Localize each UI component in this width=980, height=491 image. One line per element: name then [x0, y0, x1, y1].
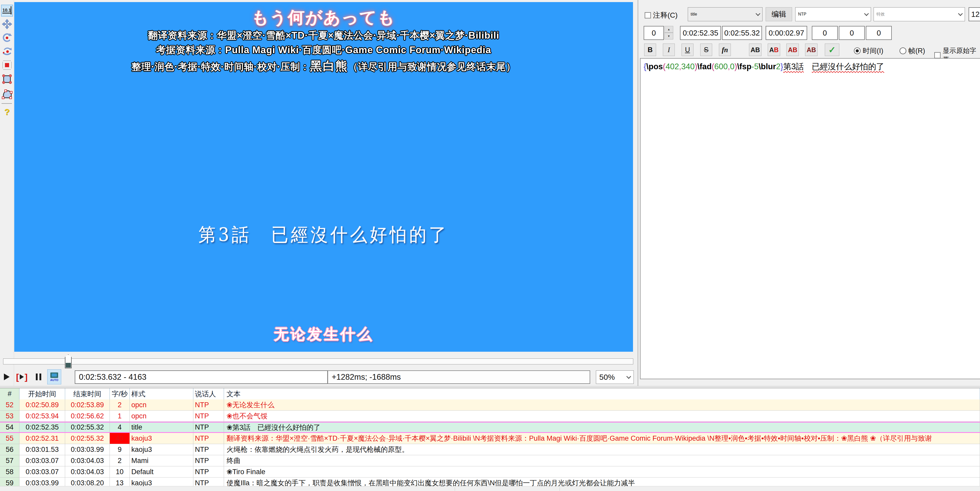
- monitor-icon: [50, 372, 58, 378]
- studio-name: 黑白熊: [310, 59, 348, 73]
- frame-mode-radio[interactable]: 帧(R): [900, 46, 925, 56]
- spinner-down-button[interactable]: ▼: [664, 33, 673, 40]
- outline-color-button[interactable]: AB: [786, 44, 799, 56]
- subtitle-row-59[interactable]: 590:03:03.990:03:08.2013kaoju3NTP使魔Illa：…: [0, 478, 980, 486]
- horizontal-splitter[interactable]: [0, 386, 980, 388]
- subtitle-row-56[interactable]: 560:03:01.530:03:03.999kaoju3NTP火绳枪：依靠燃烧…: [0, 444, 980, 455]
- cell-cps: 1: [110, 411, 130, 421]
- rotate-xy-tool-button[interactable]: [1, 45, 13, 57]
- edit-textarea[interactable]: {\pos(402,340)\fad(600,0)\fsp-5\blur2}第3…: [640, 58, 980, 379]
- italic-button[interactable]: I: [663, 44, 675, 56]
- right-bracket-icon: ]: [25, 372, 27, 381]
- drag-tool-button[interactable]: [1, 18, 13, 30]
- strikeout-button[interactable]: S: [700, 44, 712, 56]
- scale-tool-button[interactable]: [1, 59, 13, 71]
- cell-start: 0:03:01.53: [19, 444, 65, 455]
- duration-input[interactable]: 0:00:02.97: [765, 26, 807, 40]
- video-display[interactable]: もう何があっても 翻译资料来源：华盟×澄空·雪酷×TD·千夏×魔法公会·异域·千…: [14, 2, 633, 352]
- column-header-cps: 字/秒: [110, 388, 130, 399]
- video-zoom-dropdown[interactable]: 50%: [596, 370, 634, 384]
- cell-n: 55: [0, 433, 19, 444]
- effect-dropdown[interactable]: 特效: [873, 7, 965, 21]
- layer-input[interactable]: 0: [644, 26, 664, 40]
- video-position-display[interactable]: 0:02:53.632 - 4163: [75, 370, 328, 384]
- ass-segment-brace: {: [644, 62, 646, 71]
- column-header-style: 样式: [130, 388, 193, 399]
- cell-end: 0:02:55.32: [65, 433, 110, 444]
- cell-text: ❀也不会气馁: [224, 411, 980, 421]
- subtitle-row-55[interactable]: 550:02:52.310:02:55.3240kaoju3NTP翻译资料来源：…: [0, 433, 980, 444]
- ass-segment-paren: (: [663, 62, 665, 71]
- pause-button[interactable]: [33, 370, 44, 383]
- left-bracket-icon: [: [16, 372, 19, 381]
- shadow-color-button[interactable]: AB: [805, 44, 818, 56]
- checkmark-icon: ✓: [829, 44, 836, 55]
- end-time-input[interactable]: 0:02:55.32: [722, 26, 762, 40]
- comment-checkbox[interactable]: 注释(C): [645, 10, 678, 20]
- time-radio-label: 时间(I): [863, 46, 883, 56]
- time-mode-radio[interactable]: 时间(I): [854, 46, 883, 56]
- ass-segment-num: 402: [665, 62, 679, 71]
- subtitle-row-57[interactable]: 570:03:03.070:03:04.032MamiNTP终曲: [0, 455, 980, 466]
- clip-tool-button[interactable]: [1, 73, 13, 85]
- video-credit-line-1: 翻译资料来源：华盟×澄空·雪酷×TD·千夏×魔法公会·异域·千本樱×翼之梦·Bi…: [14, 29, 633, 42]
- standard-tool-icon: 10.1: [2, 8, 11, 13]
- chevron-down-icon: [864, 11, 869, 16]
- column-header-n: #: [0, 388, 19, 399]
- cell-text: 终曲: [224, 455, 980, 466]
- play-button[interactable]: [2, 370, 11, 383]
- margin-vertical-input[interactable]: 0: [866, 26, 892, 40]
- column-header-text: 文本: [224, 388, 980, 399]
- cell-n: 52: [0, 399, 19, 410]
- commit-button[interactable]: ✓: [825, 44, 839, 56]
- video-credit-line-2: 考据资料来源：Pulla Magi Wiki·百度圆吧·Game Comic F…: [14, 44, 633, 57]
- cell-cps: 40: [110, 433, 130, 444]
- vector-clip-tool-button[interactable]: [1, 88, 13, 100]
- ass-segment-paren: ,: [679, 62, 681, 71]
- standard-tool-button[interactable]: 10.1: [1, 5, 13, 17]
- font-button[interactable]: fn: [719, 44, 731, 56]
- cell-start: 0:03:03.07: [19, 455, 65, 466]
- subtitle-row-53[interactable]: 530:02:53.940:02:56.621opcnNTP❀也不会气馁: [0, 411, 980, 422]
- ass-segment-cjk: 第3話: [783, 62, 804, 71]
- seek-slider-thumb[interactable]: [65, 354, 72, 368]
- primary-color-button[interactable]: AB: [749, 44, 762, 56]
- margin-right-input[interactable]: 0: [839, 26, 865, 40]
- zoom-value: 50%: [599, 373, 615, 381]
- cell-n: 54: [0, 423, 19, 432]
- margin-left-input[interactable]: 0: [812, 26, 838, 40]
- subtitle-row-52[interactable]: 520:02:50.890:02:53.892opcnNTP❀无论发生什么: [0, 399, 980, 411]
- clip-rectangle-icon: [2, 74, 12, 84]
- subtitle-row-58[interactable]: 580:03:03.070:03:04.0310DefaultNTP❀Tiro …: [0, 466, 980, 478]
- ass-segment-paren: (: [712, 62, 714, 71]
- cell-cps: 2: [110, 455, 130, 466]
- actor-dropdown[interactable]: NTP: [795, 7, 871, 21]
- auto-scroll-toggle-button[interactable]: AUTO: [47, 369, 61, 385]
- cell-style: title: [130, 423, 193, 432]
- play-selection-button[interactable]: [ ]: [13, 370, 30, 383]
- help-button[interactable]: ?: [1, 106, 13, 118]
- style-dropdown[interactable]: title: [688, 7, 762, 21]
- cell-n: 58: [0, 466, 19, 477]
- rotate-z-tool-button[interactable]: [1, 32, 13, 44]
- subtitle-row-54[interactable]: 540:02:52.350:02:55.324titleNTP❀第3話 已經沒什…: [0, 422, 980, 433]
- play-selection-icon: [20, 374, 24, 380]
- effect-placeholder: 特效: [877, 12, 885, 17]
- start-time-input[interactable]: 0:02:52.35: [680, 26, 721, 40]
- rotate-z-icon: [2, 33, 12, 43]
- subtitle-grid: #开始时间结束时间字/秒样式说话人文本 520:02:50.890:02:53.…: [0, 388, 980, 486]
- ass-segment-num: 340: [681, 62, 695, 71]
- bold-button[interactable]: B: [644, 44, 656, 56]
- drag-arrows-icon: [2, 19, 12, 29]
- video-seek-bar[interactable]: [3, 359, 633, 364]
- edit-style-button[interactable]: 编辑: [765, 7, 792, 21]
- cell-actor: NTP: [193, 411, 224, 421]
- underline-button[interactable]: U: [681, 44, 694, 56]
- secondary-color-button[interactable]: AB: [768, 44, 780, 56]
- comment-label: 注释(C): [653, 10, 678, 20]
- relative-time-display[interactable]: +1282ms; -1688ms: [328, 370, 590, 384]
- video-subtitle-line: 无论发生什么: [14, 324, 633, 345]
- ass-segment-num: 600: [714, 62, 728, 71]
- spinner-up-button[interactable]: ▲: [664, 26, 673, 33]
- ruler-axis-icon: [11, 6, 11, 14]
